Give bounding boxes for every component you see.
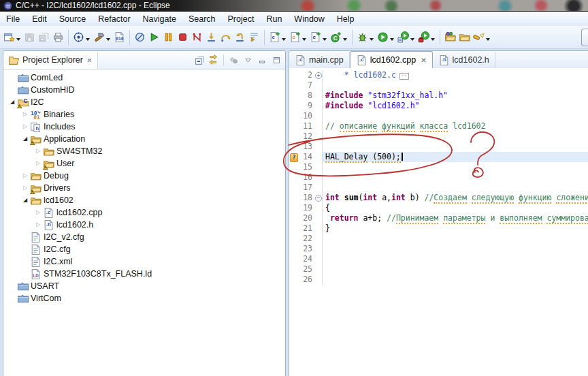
expand-arrow-icon[interactable]: ▷ (20, 182, 30, 194)
editor-tab-lcd1602-cpp[interactable]: .clcd1602.cpp✕ (350, 51, 433, 69)
annotation-ruler[interactable] (289, 275, 298, 285)
code-text[interactable]: } (323, 223, 588, 234)
annotation-ruler[interactable] (289, 70, 298, 80)
fold-ruler[interactable] (314, 254, 323, 264)
fold-ruler[interactable] (314, 183, 323, 193)
run-button[interactable] (376, 29, 396, 46)
expand-arrow-icon[interactable]: ▷ (33, 157, 43, 170)
annotation-ruler[interactable] (289, 131, 298, 142)
chevron-down-icon[interactable] (390, 38, 394, 41)
expand-arrow-icon[interactable]: ▷ (33, 145, 43, 157)
tree-item-drivers[interactable]: ▷Drivers (3, 182, 285, 194)
help-marker-icon[interactable]: ? (290, 153, 298, 162)
annotation-ruler[interactable] (289, 111, 298, 121)
code-text[interactable]: #include "lcd1602.h" (323, 101, 588, 111)
chevron-down-icon[interactable] (323, 38, 327, 41)
menu-source[interactable]: Source (53, 13, 93, 25)
build-hammer-button[interactable] (92, 29, 112, 46)
annotation-ruler[interactable] (289, 91, 298, 101)
tree-item-binaries[interactable]: ▷1001Binaries (3, 108, 285, 121)
chevron-down-icon[interactable] (431, 38, 435, 41)
tree-item-sw4stm32[interactable]: ▷SW4STM32 (3, 145, 285, 157)
tree-item-i2c[interactable]: ◢CI2C (3, 96, 285, 108)
focus-button[interactable] (227, 54, 240, 66)
annotation-ruler[interactable] (289, 193, 298, 203)
fold-ruler[interactable] (314, 142, 323, 152)
tree-item-lcd1602[interactable]: ◢lcd1602 (3, 194, 285, 206)
code-text[interactable] (323, 131, 588, 142)
tree-item-comled[interactable]: ComLed (3, 72, 285, 84)
code-text[interactable]: { (323, 203, 588, 213)
code-text[interactable] (323, 234, 588, 244)
annotation-ruler[interactable] (289, 244, 298, 254)
annotation-ruler[interactable] (289, 162, 298, 172)
annotation-ruler[interactable] (289, 213, 298, 223)
fold-ruler[interactable] (314, 101, 323, 111)
expand-arrow-icon[interactable]: ▷ (20, 170, 30, 182)
fold-ruler[interactable] (314, 275, 323, 285)
menu-refactor[interactable]: Refactor (92, 13, 136, 25)
close-icon[interactable]: ✕ (421, 57, 426, 64)
suspend-button[interactable] (161, 29, 176, 46)
fold-ruler[interactable] (314, 162, 323, 172)
fold-ruler[interactable] (314, 213, 323, 223)
expand-fold-icon[interactable]: + (315, 72, 322, 79)
new-c-file-button[interactable]: c (267, 29, 288, 46)
search-flashlight-button[interactable] (472, 29, 492, 46)
new-wizard-button[interactable] (2, 29, 22, 46)
annotation-ruler[interactable] (289, 142, 298, 152)
code-text[interactable]: return a+b; //Принимаем параметры и выпо… (323, 213, 588, 223)
fold-ruler[interactable] (314, 111, 323, 121)
perspective-switcher-partial[interactable] (581, 29, 588, 46)
code-text[interactable] (323, 254, 588, 264)
fold-ruler[interactable] (314, 152, 323, 162)
new-cpp-file-button[interactable]: c (288, 29, 308, 46)
code-text[interactable] (323, 172, 588, 183)
binary-button[interactable]: 010 (112, 29, 127, 46)
annotation-ruler[interactable] (289, 234, 298, 244)
tree-item-virtcom[interactable]: VirtCom (3, 292, 285, 304)
menu-search[interactable]: Search (182, 13, 222, 25)
chevron-down-icon[interactable] (370, 38, 374, 41)
chevron-down-icon[interactable] (282, 38, 286, 41)
fold-ruler[interactable] (314, 91, 323, 101)
tree-item-i2c-cfg[interactable]: I2C.cfg (3, 243, 285, 255)
tree-item-application[interactable]: ◢Application (3, 133, 285, 145)
expand-arrow-icon[interactable]: ▷ (33, 219, 43, 231)
code-text[interactable] (323, 80, 588, 91)
resume-button[interactable] (147, 29, 161, 46)
tree-item-lcd1602-cpp[interactable]: ▷.clcd1602.cpp (3, 206, 285, 219)
chevron-down-icon[interactable] (486, 38, 490, 41)
code-text[interactable] (323, 111, 588, 121)
new-class-button[interactable]: C (329, 29, 349, 46)
fold-ruler[interactable] (314, 244, 323, 254)
tree-item-lcd1602-h[interactable]: ▷.hlcd1602.h (3, 219, 285, 231)
chevron-down-icon[interactable] (86, 38, 90, 41)
chevron-down-icon[interactable] (410, 38, 414, 41)
chevron-down-icon[interactable] (302, 38, 306, 41)
open-folder-button[interactable] (457, 29, 472, 46)
print-button[interactable] (51, 29, 65, 46)
chevron-down-icon[interactable] (106, 38, 110, 41)
tree-item-i2c-xml[interactable]: I2C.xml (3, 255, 285, 268)
expand-arrow-icon[interactable]: ▷ (33, 206, 43, 219)
annotation-ruler[interactable] (289, 172, 298, 183)
skip-breakpoints-button[interactable] (133, 29, 147, 46)
project-explorer-tab[interactable]: Project Explorer (3, 52, 98, 69)
menu-run[interactable]: Run (260, 13, 288, 25)
collapse-arrow-icon[interactable]: ◢ (20, 133, 30, 145)
tree-item-customhid[interactable]: CustomHID (3, 84, 285, 96)
menu-navigate[interactable]: Navigate (137, 13, 182, 25)
annotation-ruler[interactable] (289, 254, 298, 264)
expand-arrow-icon[interactable]: ▷ (20, 108, 30, 121)
annotation-ruler[interactable] (289, 101, 298, 111)
minimize-button[interactable] (256, 54, 268, 66)
fold-ruler[interactable]: + (314, 70, 323, 80)
menu-help[interactable]: Help (331, 13, 361, 25)
editor-tab-lcd1602-h[interactable]: .hlcd1602.h (433, 52, 495, 68)
fold-ruler[interactable] (314, 172, 323, 183)
expand-arrow-icon[interactable]: ▷ (20, 121, 30, 133)
code-text[interactable] (323, 142, 588, 152)
tree-item-i2c-v2-cfg[interactable]: I2C_v2.cfg (3, 231, 285, 243)
editor-tab-main-cpp[interactable]: .cmain.cpp (289, 52, 350, 68)
